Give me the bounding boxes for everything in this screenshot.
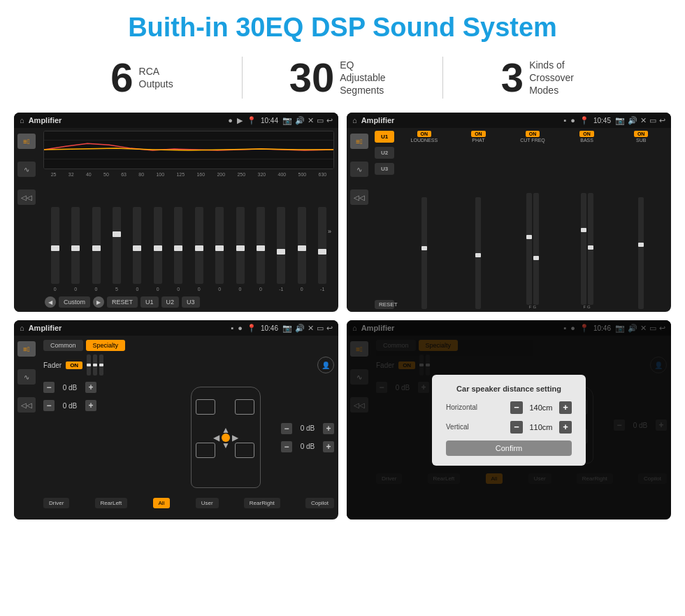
ch-sub-on[interactable]: ON (634, 131, 649, 137)
nav-left[interactable]: ◀ (213, 433, 219, 443)
fader-mini-1[interactable] (87, 354, 91, 375)
back-icon-2[interactable]: ↩ (659, 116, 665, 125)
eq-slider-0[interactable] (51, 207, 59, 284)
db-fr-plus[interactable]: + (323, 423, 334, 434)
dialog-confirm-button[interactable]: Confirm (446, 440, 572, 456)
bass-f-label: F (583, 305, 586, 309)
amp2-track-cutfreq-g[interactable] (533, 193, 539, 305)
back-icon-1[interactable]: ↩ (326, 116, 333, 125)
ch-phat-on[interactable]: ON (471, 131, 486, 137)
freq-320: 320 (257, 172, 266, 177)
car-diagram: ▲ ▼ ◀ ▶ (180, 380, 271, 495)
eq-reset-btn[interactable]: RESET (107, 296, 138, 308)
stat-crossover-text: Kinds ofCrossover Modes (529, 59, 585, 97)
stat-eq: 30 EQ AdjustableSegments (243, 57, 442, 98)
eq-next-btn[interactable]: ▶ (93, 296, 104, 308)
fader-mini-3[interactable] (99, 354, 103, 375)
sidebar3-wave-icon[interactable]: ∿ (17, 369, 36, 385)
sidebar2-wave-icon[interactable]: ∿ (350, 162, 368, 177)
dialog-horizontal-plus[interactable]: + (559, 401, 572, 414)
nav-up[interactable]: ▲ (222, 425, 230, 435)
eq-slider-11[interactable] (277, 207, 285, 284)
db-rl-plus[interactable]: + (85, 400, 96, 411)
eq-slider-3[interactable] (113, 207, 121, 284)
db-rr-plus[interactable]: + (323, 441, 334, 452)
s3-tab-specialty[interactable]: Specialty (86, 340, 126, 351)
db-fl-minus[interactable]: − (43, 382, 55, 393)
loc-copilot[interactable]: Copilot (305, 498, 334, 508)
ch-cutfreq-on[interactable]: ON (526, 131, 540, 137)
eq-slider-13[interactable] (318, 207, 326, 284)
eq-slider-7[interactable] (195, 207, 203, 284)
eq-u3-btn[interactable]: U3 (182, 296, 200, 308)
stat-eq-number: 30 (289, 57, 335, 98)
preset-u3[interactable]: U3 (375, 163, 394, 175)
eq-slider-8[interactable] (215, 207, 224, 284)
home-icon-2[interactable]: ⌂ (352, 116, 357, 124)
fader-on-btn[interactable]: ON (66, 361, 82, 369)
home-icon-1[interactable]: ⌂ (20, 116, 24, 124)
dialog-horizontal-minus[interactable]: − (510, 401, 523, 414)
eq-prev-btn[interactable]: ◀ (45, 296, 56, 308)
sidebar-wave-icon[interactable]: ∿ (17, 162, 36, 177)
db-rr-minus[interactable]: − (281, 441, 292, 452)
eq-slider-10[interactable] (257, 207, 265, 284)
dot2-icon: ● (570, 116, 575, 124)
db-fr-minus[interactable]: − (281, 423, 292, 434)
preset-u2[interactable]: U2 (375, 147, 394, 159)
amp2-track-bass-f[interactable] (581, 193, 586, 305)
eq-slider-2[interactable] (92, 207, 101, 284)
play-icon-1[interactable]: ▶ (237, 116, 243, 125)
dialog-box: Car speaker distance setting Horizontal … (432, 375, 586, 466)
amp2-track-bass-g[interactable] (588, 193, 593, 305)
loc-driver[interactable]: Driver (43, 498, 69, 508)
eq-slider-9[interactable] (236, 207, 245, 284)
db-rl-minus[interactable]: − (43, 400, 55, 411)
loc-all[interactable]: All (153, 498, 171, 508)
sidebar3-eq-icon[interactable]: ≡⃝ (17, 341, 36, 357)
stats-row: 6 RCAOutputs 30 EQ AdjustableSegments 3 … (0, 50, 685, 108)
fader-mini-2[interactable] (93, 354, 97, 375)
dialog-vertical-plus[interactable]: + (559, 421, 572, 434)
eq-sliders: » (43, 177, 334, 285)
stat-eq-text: EQ AdjustableSegments (340, 59, 396, 97)
amp2-track-cutfreq-f[interactable] (526, 193, 532, 305)
eq-u2-btn[interactable]: U2 (161, 296, 180, 308)
eq-slider-5[interactable] (154, 207, 162, 284)
eq-bottom-controls: ◀ Custom ▶ RESET U1 U2 U3 (43, 295, 334, 309)
loc-rearleft[interactable]: RearLeft (95, 498, 128, 508)
sidebar3-speaker-icon[interactable]: ◁◁ (17, 397, 36, 413)
preset-u1[interactable]: U1 (375, 131, 394, 143)
eq-preset-custom[interactable]: Custom (59, 296, 90, 308)
eq-slider-4[interactable] (133, 207, 141, 284)
ch-bass-on[interactable]: ON (579, 131, 594, 137)
db-fl-plus[interactable]: + (85, 382, 96, 393)
sidebar2-speaker-icon[interactable]: ◁◁ (350, 189, 368, 205)
dialog-vertical-minus[interactable]: − (510, 421, 523, 434)
amp2-track-phat[interactable] (475, 197, 481, 309)
amp2-col-loudness (411, 197, 438, 309)
dialog-vertical-control: − 110cm + (510, 421, 572, 434)
loc-user[interactable]: User (196, 498, 219, 508)
eq-slider-1[interactable] (71, 207, 80, 284)
amp2-sliders-row: F G (397, 145, 668, 309)
stat-crossover-number: 3 (501, 57, 524, 98)
nav-right[interactable]: ▶ (232, 433, 238, 443)
loc-rearright[interactable]: RearRight (244, 498, 280, 508)
amp2-reset-btn[interactable]: RESET (375, 300, 394, 309)
dot-icon-1: ● (228, 116, 233, 124)
sidebar-eq-icon[interactable]: ≡⃝ (17, 134, 36, 149)
ch-loudness-on[interactable]: ON (417, 131, 432, 137)
back-icon-3[interactable]: ↩ (326, 324, 333, 333)
status-bar-1: ⌂ Amplifier ● ▶ 📍 10:44 📷 🔊 ✕ ▭ ↩ (14, 113, 338, 128)
eq-slider-6[interactable] (174, 207, 182, 284)
home-icon-3[interactable]: ⌂ (20, 324, 24, 332)
sidebar-speaker-icon[interactable]: ◁◁ (17, 189, 36, 205)
sidebar2-eq-icon[interactable]: ≡⃝ (350, 134, 368, 149)
amp2-track-sub[interactable] (638, 197, 644, 309)
eq-slider-12[interactable] (298, 207, 306, 284)
eq-u1-btn[interactable]: U1 (140, 296, 159, 308)
nav-down[interactable]: ▼ (222, 440, 230, 450)
s3-tab-common[interactable]: Common (43, 340, 83, 351)
amp2-track-loudness[interactable] (421, 197, 427, 309)
